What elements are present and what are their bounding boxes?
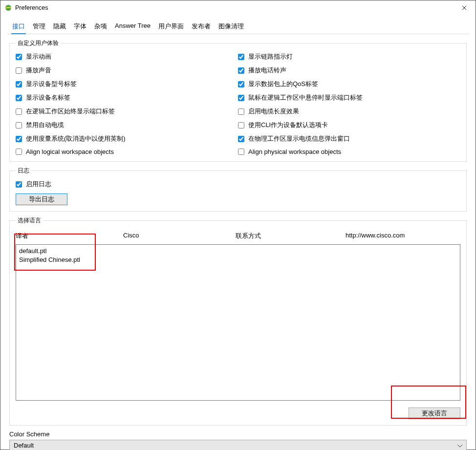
checkbox-input[interactable] [238,108,244,115]
checkbox-col-right-5[interactable]: 使用CLI作为设备默认选项卡 [238,121,460,129]
checkbox-input[interactable] [238,95,244,101]
enable-log-checkbox[interactable]: 启用日志 [16,180,460,189]
group-customize: 自定义用户体验 显示动画播放声音显示设备型号标签显示设备名标签在逻辑工作区始终显… [9,39,467,162]
checkbox-label: 在物理工作区显示电缆信息弹出窗口 [248,134,350,143]
checkbox-label: 显示数据包上的QoS标签 [248,80,318,88]
enable-log-input[interactable] [16,181,22,188]
translator-label: 译者 [16,232,123,240]
language-item-0[interactable]: default.ptl [19,247,460,256]
chevron-down-icon [457,442,462,449]
contact-label: 联系方式 [236,232,346,240]
checkbox-input[interactable] [238,67,244,74]
color-scheme-label: Color Scheme [9,430,467,438]
checkbox-label: 播放声音 [26,66,51,75]
checkbox-col-right-0[interactable]: 显示链路指示灯 [238,52,460,61]
tab-2[interactable]: 隐藏 [53,19,66,34]
checkbox-input[interactable] [238,136,244,142]
checkbox-input[interactable] [16,149,22,155]
tab-5[interactable]: Answer Tree [115,19,151,34]
checkbox-input[interactable] [16,95,22,101]
customize-right-column: 显示链路指示灯播放电话铃声显示数据包上的QoS标签鼠标在逻辑工作区中悬停时显示端… [238,52,460,155]
window-title: Preferences [15,4,48,11]
checkbox-col-right-7[interactable]: Align physical workspace objects [238,148,460,155]
checkbox-input[interactable] [16,122,22,129]
language-item-1[interactable]: Simplified Chinese.ptl [19,256,460,264]
tab-1[interactable]: 管理 [33,19,45,34]
change-language-button[interactable]: 更改语言 [409,407,460,419]
customize-left-column: 显示动画播放声音显示设备型号标签显示设备名标签在逻辑工作区始终显示端口标签禁用自… [16,52,238,155]
checkbox-label: 显示设备名标签 [26,93,70,102]
checkbox-col-right-2[interactable]: 显示数据包上的QoS标签 [238,80,460,88]
color-scheme-value: Default [14,442,34,449]
checkbox-label: Align physical workspace objects [248,148,341,155]
checkbox-input[interactable] [238,149,244,155]
checkbox-label: 启用电缆长度效果 [248,107,299,116]
checkbox-col-right-1[interactable]: 播放电话铃声 [238,66,460,75]
group-language: 选择语言 译者 Cisco 联系方式 http://www.cisco.com … [9,216,467,426]
checkbox-col-left-1[interactable]: 播放声音 [16,66,238,75]
checkbox-label: 鼠标在逻辑工作区中悬停时显示端口标签 [248,93,363,102]
tabs: 接口管理隐藏字体杂项Answer Tree用户界面发布者图像清理 [7,18,469,34]
checkbox-input[interactable] [16,136,22,142]
checkbox-input[interactable] [16,108,22,115]
checkbox-label: 显示动画 [26,52,51,61]
checkbox-input[interactable] [238,54,244,60]
checkbox-col-left-3[interactable]: 显示设备名标签 [16,93,238,102]
group-customize-legend: 自定义用户体验 [16,39,61,47]
checkbox-label: 在逻辑工作区始终显示端口标签 [26,107,115,116]
checkbox-label: 禁用自动电缆 [26,121,64,129]
language-list[interactable]: default.ptlSimplified Chinese.ptl [16,244,460,401]
tab-8[interactable]: 图像清理 [218,19,244,34]
checkbox-label: 使用度量系统(取消选中以使用英制) [26,134,126,143]
titlebar: Preferences [0,0,476,15]
tab-3[interactable]: 字体 [74,19,87,34]
checkbox-col-left-4[interactable]: 在逻辑工作区始终显示端口标签 [16,107,238,116]
group-log: 日志 启用日志 导出日志 [9,167,467,212]
tab-4[interactable]: 杂项 [94,19,107,34]
checkbox-input[interactable] [16,54,22,60]
checkbox-col-left-6[interactable]: 使用度量系统(取消选中以使用英制) [16,134,238,143]
contact-value: http://www.cisco.com [346,232,460,240]
checkbox-label: 使用CLI作为设备默认选项卡 [248,121,328,129]
checkbox-label: 显示设备型号标签 [26,80,77,88]
checkbox-input[interactable] [238,122,244,129]
checkbox-col-right-4[interactable]: 启用电缆长度效果 [238,107,460,116]
enable-log-label: 启用日志 [26,180,51,189]
checkbox-label: 播放电话铃声 [248,66,286,75]
close-button[interactable] [453,0,476,15]
checkbox-input[interactable] [16,81,22,87]
checkbox-col-left-2[interactable]: 显示设备型号标签 [16,80,238,88]
app-icon [4,4,12,12]
tab-6[interactable]: 用户界面 [158,19,184,34]
checkbox-input[interactable] [16,67,22,74]
checkbox-col-left-7[interactable]: Align logical workspace objects [16,148,238,155]
checkbox-label: 显示链路指示灯 [248,52,293,61]
checkbox-col-right-6[interactable]: 在物理工作区显示电缆信息弹出窗口 [238,134,460,143]
tab-0[interactable]: 接口 [12,19,25,34]
group-log-legend: 日志 [16,167,31,175]
color-scheme-select[interactable]: Default [9,440,467,450]
checkbox-label: Align logical workspace objects [26,148,114,155]
content: 接口管理隐藏字体杂项Answer Tree用户界面发布者图像清理 自定义用户体验… [0,15,476,450]
window: Preferences 接口管理隐藏字体杂项Answer Tree用户界面发布者… [0,0,476,450]
checkbox-col-left-5[interactable]: 禁用自动电缆 [16,121,238,129]
language-info-row: 译者 Cisco 联系方式 http://www.cisco.com [16,230,460,244]
checkbox-input[interactable] [238,81,244,87]
tab-7[interactable]: 发布者 [192,19,211,34]
checkbox-col-right-3[interactable]: 鼠标在逻辑工作区中悬停时显示端口标签 [238,93,460,102]
group-language-legend: 选择语言 [16,216,43,225]
export-log-button[interactable]: 导出日志 [16,193,67,205]
translator-vendor: Cisco [123,232,236,240]
checkbox-col-left-0[interactable]: 显示动画 [16,52,238,61]
